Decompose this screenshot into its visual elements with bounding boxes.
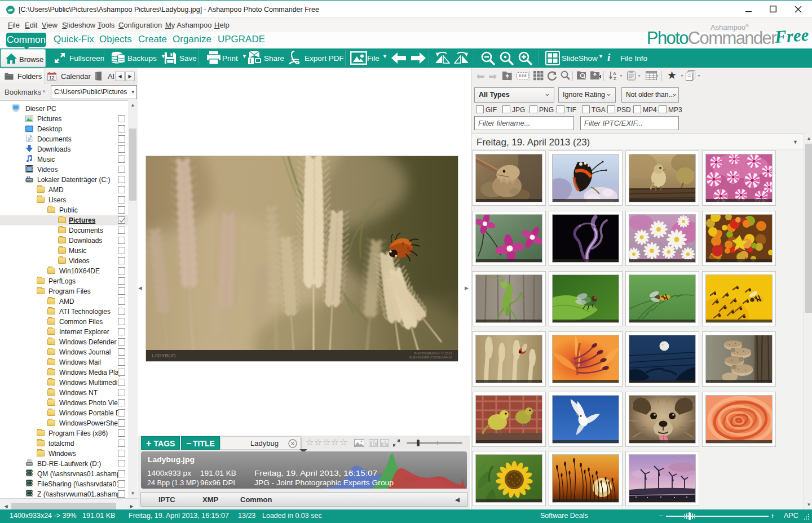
svg-text:LADYBUG: LADYBUG bbox=[152, 353, 176, 358]
svg-text:96x96 DPI: 96x96 DPI bbox=[200, 478, 235, 487]
svg-text:24 Bpp (1.3 MP): 24 Bpp (1.3 MP) bbox=[147, 478, 199, 487]
svg-text:A: A bbox=[613, 71, 616, 76]
svg-text:PHOTOGRAPHY © 2013: PHOTOGRAPHY © 2013 bbox=[414, 352, 452, 355]
svg-text:Freitag, 19. April 2013, 16:15: Freitag, 19. April 2013, 16:15:07 bbox=[254, 469, 377, 477]
svg-text:JPG - Joint Photographic Exper: JPG - Joint Photographic Experts Group bbox=[254, 478, 394, 487]
svg-text:Z: Z bbox=[614, 76, 616, 81]
svg-text:ALEXANDER KISSELMANN: ALEXANDER KISSELMANN bbox=[409, 356, 452, 359]
svg-text:1400x933 px: 1400x933 px bbox=[147, 469, 192, 477]
svg-text:Ladybug.jpg: Ladybug.jpg bbox=[148, 455, 195, 464]
svg-text:191.01 KB: 191.01 KB bbox=[200, 469, 236, 477]
svg-text:f: f bbox=[249, 57, 251, 64]
svg-text:12: 12 bbox=[49, 75, 55, 81]
